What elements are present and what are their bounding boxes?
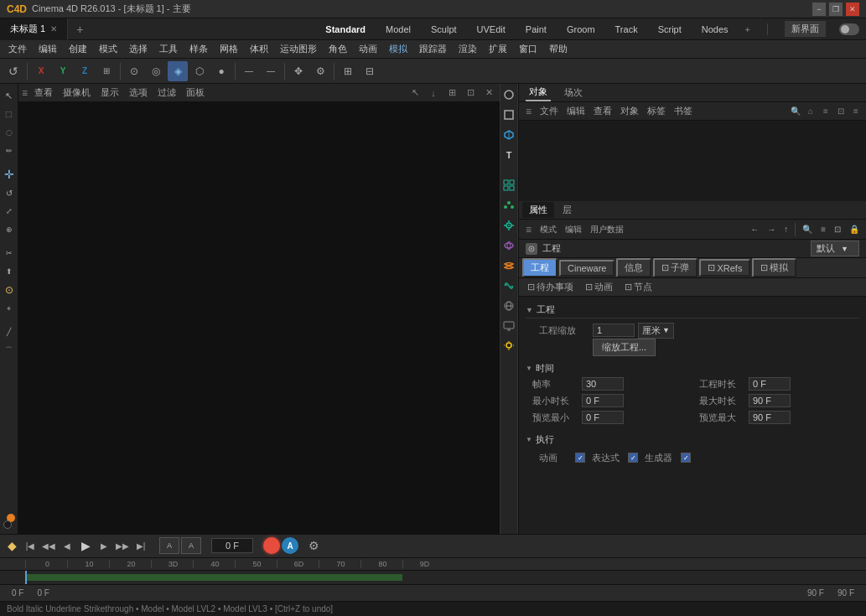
obj-menu-file[interactable]: 文件 — [537, 103, 562, 119]
prop-lock-icon[interactable]: 🔒 — [846, 223, 863, 236]
tl-next-frame-button[interactable]: ▶▶ — [114, 537, 131, 554]
prop-nav-left[interactable]: ← — [747, 223, 762, 236]
tab-track[interactable]: Track — [612, 23, 641, 36]
prev-max-value[interactable]: 90 F — [749, 411, 791, 424]
fps-value[interactable]: 30 — [582, 377, 624, 391]
menu-simulate[interactable]: 模拟 — [384, 41, 412, 57]
time-section-title[interactable]: ▼ 时间 — [526, 360, 859, 376]
tl-diamond-button[interactable]: ◆ — [3, 537, 20, 554]
obj-toolbar-menu-icon[interactable]: ≡ — [522, 106, 535, 117]
left-brush-tool[interactable]: ⌖ — [1, 300, 18, 317]
scale-input[interactable] — [593, 324, 635, 337]
close-button[interactable]: ✕ — [846, 3, 859, 16]
prop-tab-layer[interactable]: 层 — [556, 202, 578, 218]
expression-checkbox[interactable]: ✓ — [628, 453, 638, 463]
left-rotate-tool[interactable]: ↺ — [1, 184, 18, 201]
sub-tab-project[interactable]: 工程 — [522, 258, 557, 277]
tab-sculpt[interactable]: Sculpt — [428, 23, 460, 36]
vp-close-icon[interactable]: ✕ — [481, 85, 496, 101]
left-select-tool[interactable]: ⬚ — [1, 106, 18, 122]
min-dur-value[interactable]: 0 F — [582, 394, 624, 407]
obj-menu-icon-2[interactable]: ≡ — [849, 105, 863, 118]
tab-add-icon[interactable]: + — [745, 24, 750, 34]
timeline-track[interactable] — [0, 571, 866, 584]
tl-step-back-button[interactable]: |◀ — [22, 537, 39, 554]
menu-mograph[interactable]: 运动图形 — [275, 41, 322, 57]
sp-square-icon[interactable] — [501, 107, 516, 122]
sp-spline-icon[interactable] — [501, 278, 516, 293]
prop-search-icon[interactable]: 🔍 — [799, 223, 816, 236]
execute-section-title[interactable]: ▼ 执行 — [526, 432, 859, 448]
prop-btn-edit[interactable]: 编辑 — [562, 222, 585, 237]
undo-button[interactable]: ↺ — [3, 61, 23, 81]
prop-tab-attributes[interactable]: 属性 — [522, 202, 554, 218]
prop-filter-icon[interactable]: ≡ — [817, 223, 829, 236]
scale-project-button[interactable]: 缩放工程... — [593, 339, 656, 356]
tab-close-btn[interactable]: ✕ — [50, 24, 57, 34]
prop-header-dropdown[interactable]: 默认 ▼ — [811, 241, 859, 256]
left-magnet-tool[interactable]: ⊙ — [1, 282, 18, 298]
tl-prev-frame-button[interactable]: ◀◀ — [40, 537, 57, 554]
tab-standard[interactable]: Standard — [322, 23, 369, 36]
obj-menu-bookmark[interactable]: 书签 — [671, 103, 696, 119]
autokey-button[interactable]: A — [282, 537, 298, 554]
left-pen-tool[interactable]: ╱ — [1, 324, 18, 340]
new-scene-button[interactable]: 新界面 — [785, 21, 826, 37]
sp-circle-icon[interactable] — [501, 87, 516, 102]
poly-mode-button[interactable]: ◎ — [146, 61, 166, 81]
menu-file[interactable]: 文件 — [3, 41, 32, 57]
menu-extend[interactable]: 扩展 — [484, 41, 512, 57]
grid-btn-2[interactable]: ⊟ — [360, 61, 380, 81]
tab-groom[interactable]: Groom — [563, 23, 599, 36]
sp-globe-icon[interactable] — [501, 298, 516, 313]
tab-model[interactable]: Model — [382, 23, 414, 36]
z-coord-button[interactable]: Z — [75, 61, 95, 81]
left-scale-tool[interactable]: ⤢ — [1, 203, 18, 220]
prev-min-value[interactable]: 0 F — [582, 411, 624, 424]
vp-menu-display[interactable]: 显示 — [97, 85, 122, 101]
left-transform-tool[interactable]: ⊕ — [1, 221, 18, 238]
obj-menu-edit[interactable]: 编辑 — [563, 103, 589, 119]
obj-menu-tag[interactable]: 标签 — [644, 103, 669, 119]
coord-input-button[interactable]: ⊞ — [96, 61, 117, 81]
menu-animate[interactable]: 动画 — [354, 41, 382, 57]
tab-untitled[interactable]: 未标题 1 ✕ — [0, 18, 68, 40]
vp-cursor-icon[interactable]: ↖ — [407, 85, 423, 101]
viewport[interactable] — [18, 102, 500, 534]
menu-create[interactable]: 创建 — [64, 41, 92, 57]
menu-window[interactable]: 窗口 — [514, 41, 542, 57]
move-tool-button[interactable]: ✥ — [288, 61, 309, 81]
animate-checkbox[interactable]: ✓ — [575, 453, 585, 463]
menu-render[interactable]: 渲染 — [454, 41, 482, 57]
sp-ring-icon[interactable] — [501, 238, 516, 253]
tab-nodes[interactable]: Nodes — [698, 23, 732, 36]
menu-edit[interactable]: 编辑 — [34, 41, 62, 57]
sp-light-icon[interactable] — [501, 339, 516, 354]
left-move-tool[interactable]: ✛ — [1, 166, 18, 183]
sp-grid-icon[interactable] — [501, 178, 516, 193]
edge-mode-button[interactable]: ⬡ — [189, 61, 210, 81]
left-extrude-tool[interactable]: ⬆ — [1, 263, 18, 280]
sub-tab-cineware[interactable]: Cineware — [559, 260, 614, 277]
menu-select[interactable]: 选择 — [124, 41, 153, 57]
3d-mode-button[interactable]: ◈ — [168, 61, 188, 81]
tab-script[interactable]: Script — [655, 23, 685, 36]
vp-down-icon[interactable]: ↓ — [426, 85, 441, 101]
menu-tools[interactable]: 工具 — [154, 41, 183, 57]
viewport-menu-icon[interactable]: ≡ — [22, 87, 28, 99]
sp-gear-icon[interactable] — [501, 218, 516, 233]
vp-grid-icon[interactable]: ⊞ — [444, 85, 459, 101]
sp-text-icon[interactable]: T — [501, 148, 516, 163]
sub-tab-xrefs[interactable]: ⊡ XRefs — [699, 259, 750, 277]
vp-window-icon[interactable]: ⊡ — [463, 85, 478, 101]
prop-btn-userdata[interactable]: 用户数据 — [587, 222, 627, 237]
vp-menu-camera[interactable]: 摄像机 — [60, 85, 94, 101]
prop-btn-mode[interactable]: 模式 — [537, 222, 560, 237]
settings-tool-button[interactable]: ⚙ — [310, 61, 330, 81]
sub-tab2-animate[interactable]: ⊡ 动画 — [580, 279, 618, 295]
timeline-playhead[interactable] — [25, 571, 27, 584]
left-cursor-tool[interactable]: ↖ — [1, 87, 18, 104]
vp-menu-filter[interactable]: 过滤 — [154, 85, 179, 101]
object-mode-button[interactable]: ⊙ — [124, 61, 144, 81]
sp-particles-icon[interactable] — [501, 198, 516, 213]
